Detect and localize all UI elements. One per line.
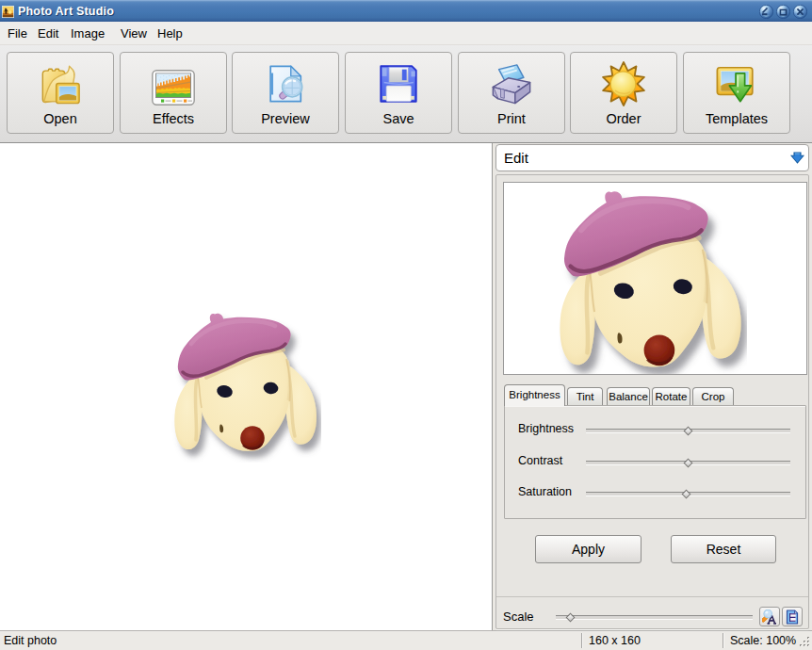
tab-strip: Brightness Tint Balance Rotate Crop <box>504 384 804 406</box>
contrast-slider-label: Contrast <box>518 454 562 467</box>
menu-edit[interactable]: Edit <box>36 24 60 42</box>
resize-grip[interactable] <box>798 635 811 648</box>
main-area: Edit Brightness Tint Balance Rotate Crop <box>0 143 812 630</box>
minimize-button[interactable] <box>759 5 773 19</box>
window-title: Photo Art Studio <box>18 5 114 18</box>
reset-button[interactable]: Reset <box>671 535 776 563</box>
dog-photo-preview <box>555 189 747 375</box>
tab-rotate[interactable]: Rotate <box>652 387 690 406</box>
zoom-actual-icon <box>762 609 777 625</box>
open-button-label: Open <box>8 111 113 126</box>
image-size-text: 160 x 160 <box>589 634 641 647</box>
order-sun-icon <box>571 61 676 106</box>
photo-canvas[interactable] <box>0 143 493 630</box>
templates-button-label: Templates <box>684 111 789 126</box>
photo-preview <box>503 182 807 375</box>
close-button[interactable] <box>793 5 807 19</box>
fit-page-button[interactable] <box>782 607 803 626</box>
status-bar: Edit photo 160 x 160 Scale: 100% <box>0 630 812 650</box>
scale-label: Scale <box>503 609 534 624</box>
menu-bar: File Edit Image View Help <box>0 22 812 45</box>
brightness-slider-label: Brightness <box>518 422 574 435</box>
scale-row: Scale <box>496 596 808 630</box>
print-button[interactable]: Print <box>458 52 565 134</box>
collapse-arrow-icon[interactable] <box>790 152 804 164</box>
templates-button[interactable]: Templates <box>683 52 790 134</box>
order-button-label: Order <box>571 111 676 126</box>
dog-photo <box>171 312 321 463</box>
save-button-label: Save <box>346 111 451 126</box>
contrast-slider-row: Contrast <box>505 452 806 471</box>
templates-picture-arrow-icon <box>684 61 789 106</box>
status-separator <box>581 633 582 648</box>
menu-help[interactable]: Help <box>155 24 185 42</box>
toolbar: Open <box>0 45 812 143</box>
effects-button-label: Effects <box>121 111 226 126</box>
fit-page-icon <box>785 609 800 625</box>
status-text: Edit photo <box>4 634 57 647</box>
order-button[interactable]: Order <box>570 52 677 134</box>
tab-balance[interactable]: Balance <box>607 387 650 406</box>
tab-crop[interactable]: Crop <box>692 387 734 406</box>
saturation-slider-row: Saturation <box>505 483 806 502</box>
save-floppy-icon <box>346 61 451 106</box>
status-separator <box>723 633 723 648</box>
save-button[interactable]: Save <box>345 52 452 134</box>
scale-slider-track[interactable] <box>556 615 753 620</box>
brightness-tab-page: Brightness Contrast Saturation <box>504 405 806 519</box>
panel-title: Edit <box>504 150 528 166</box>
saturation-slider-label: Saturation <box>518 485 572 498</box>
menu-file[interactable]: File <box>6 24 29 42</box>
tab-tint[interactable]: Tint <box>567 387 603 406</box>
app-window: Photo Art Studio <box>0 0 812 650</box>
app-logo-icon <box>2 6 14 18</box>
print-printer-icon <box>459 61 564 106</box>
preview-button-label: Preview <box>233 111 338 126</box>
scale-text: Scale: 100% <box>730 634 796 647</box>
title-bar: Photo Art Studio <box>0 0 812 22</box>
panel-header[interactable]: Edit <box>495 144 809 171</box>
preview-magnifier-icon <box>233 61 338 106</box>
zoom-actual-button[interactable] <box>759 607 780 626</box>
menu-image[interactable]: Image <box>69 24 106 42</box>
edit-panel: Edit Brightness Tint Balance Rotate Crop <box>494 143 812 630</box>
tab-brightness[interactable]: Brightness <box>504 384 565 406</box>
maximize-button[interactable] <box>776 5 790 19</box>
print-button-label: Print <box>459 111 564 126</box>
apply-button[interactable]: Apply <box>535 535 641 563</box>
effects-chart-icon <box>121 61 226 106</box>
panel-body: Brightness Tint Balance Rotate Crop Brig… <box>495 174 809 629</box>
effects-button[interactable]: Effects <box>120 52 227 134</box>
open-folder-icon <box>8 61 113 106</box>
open-button[interactable]: Open <box>7 52 114 134</box>
menu-view[interactable]: View <box>119 24 149 42</box>
brightness-slider-row: Brightness <box>505 420 806 439</box>
preview-button[interactable]: Preview <box>232 52 339 134</box>
